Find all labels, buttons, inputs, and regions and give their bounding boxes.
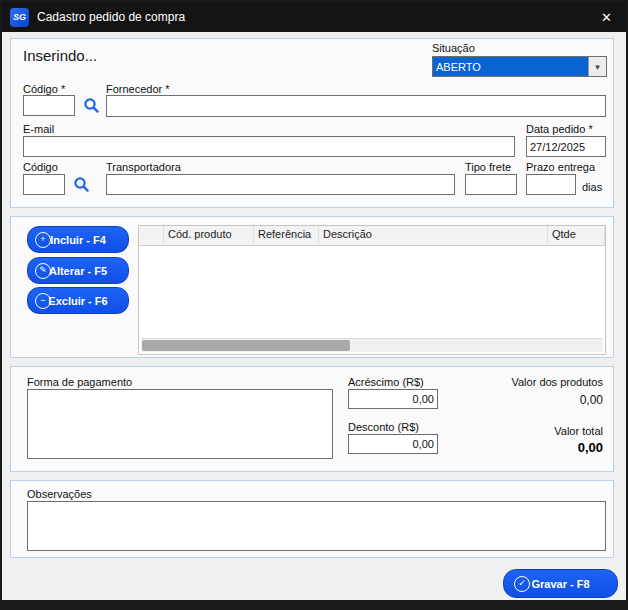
app-logo-icon: SG [10,8,29,27]
grid-col-descricao: Descrição [319,226,548,245]
search-fornecedor-icon[interactable] [82,96,101,115]
products-grid[interactable]: Cód. produto Referência Descrição Qtde [138,225,606,355]
gravar-button[interactable]: ✓ Gravar - F8 [503,569,618,598]
situacao-selected-value: ABERTO [433,57,588,76]
codigo-transportadora-label: Código [23,161,58,173]
valor-produtos-label: Valor dos produtos [511,376,603,388]
close-icon[interactable]: ✕ [595,8,618,27]
acrescimo-label: Acréscimo (R$) [348,376,424,388]
items-section: + Incluir - F4 ✎ Alterar - F5 − Excluir … [10,216,614,358]
dias-label: dias [582,181,602,193]
search-transportadora-icon[interactable] [72,175,91,194]
grid-col-qtde: Qtde [548,226,605,245]
incluir-button[interactable]: + Incluir - F4 [27,226,129,253]
valor-total-value: 0,00 [578,440,603,455]
excluir-label: Excluir - F6 [48,295,107,307]
desconto-label: Desconto (R$) [348,421,419,433]
grid-body[interactable] [139,246,605,338]
grid-col-indicator [139,226,164,245]
grid-header: Cód. produto Referência Descrição Qtde [139,226,605,246]
title-bar: SG Cadastro pedido de compra ✕ [2,2,626,32]
excluir-button[interactable]: − Excluir - F6 [27,287,129,314]
prazo-entrega-input[interactable] [526,174,576,195]
grid-col-cod-produto: Cód. produto [164,226,254,245]
gravar-label: Gravar - F8 [531,578,589,590]
data-pedido-input[interactable] [526,136,606,157]
fornecedor-label: Fornecedor * [106,83,170,95]
observacoes-label: Observações [27,488,92,500]
scrollbar-thumb[interactable] [142,340,350,351]
alterar-label: Alterar - F5 [49,265,107,277]
codigo-fornecedor-label: Código * [23,83,65,95]
acrescimo-input[interactable] [348,389,438,409]
email-input[interactable] [23,136,515,157]
mode-status: Inserindo... [23,47,97,64]
fornecedor-input[interactable] [106,95,606,117]
check-circle-icon: ✓ [514,576,530,592]
window-title: Cadastro pedido de compra [37,10,595,24]
minus-circle-icon: − [35,293,51,309]
grid-col-referencia: Referência [254,226,319,245]
valor-produtos-value: 0,00 [580,393,603,407]
observacoes-section: Observações [10,480,614,558]
prazo-entrega-label: Prazo entrega [526,161,595,173]
grid-horizontal-scrollbar[interactable] [141,338,603,352]
incluir-label: Incluir - F4 [50,234,106,246]
codigo-fornecedor-input[interactable] [23,95,75,116]
edit-circle-icon: ✎ [35,263,51,279]
valor-total-label: Valor total [554,425,603,437]
email-label: E-mail [23,123,54,135]
forma-pagamento-label: Forma de pagamento [27,376,132,388]
plus-circle-icon: + [35,232,51,248]
app-window: SG Cadastro pedido de compra ✕ Inserindo… [0,0,628,610]
payment-section: Forma de pagamento Acréscimo (R$) Descon… [10,366,614,472]
situacao-select[interactable]: ABERTO ▾ [432,56,607,77]
alterar-button[interactable]: ✎ Alterar - F5 [27,257,129,284]
transportadora-label: Transportadora [106,161,181,173]
header-section: Inserindo... Situação ABERTO ▾ Código * … [10,38,614,208]
chevron-down-icon[interactable]: ▾ [588,57,606,76]
data-pedido-label: Data pedido * [526,123,593,135]
tipo-frete-input[interactable] [465,174,517,195]
forma-pagamento-textarea[interactable] [27,389,333,459]
transportadora-input[interactable] [106,174,455,195]
desconto-input[interactable] [348,434,438,454]
observacoes-textarea[interactable] [27,501,606,551]
form-content: Inserindo... Situação ABERTO ▾ Código * … [2,32,626,600]
situacao-label: Situação [432,42,475,54]
tipo-frete-label: Tipo frete [465,161,511,173]
codigo-transportadora-input[interactable] [23,174,65,195]
